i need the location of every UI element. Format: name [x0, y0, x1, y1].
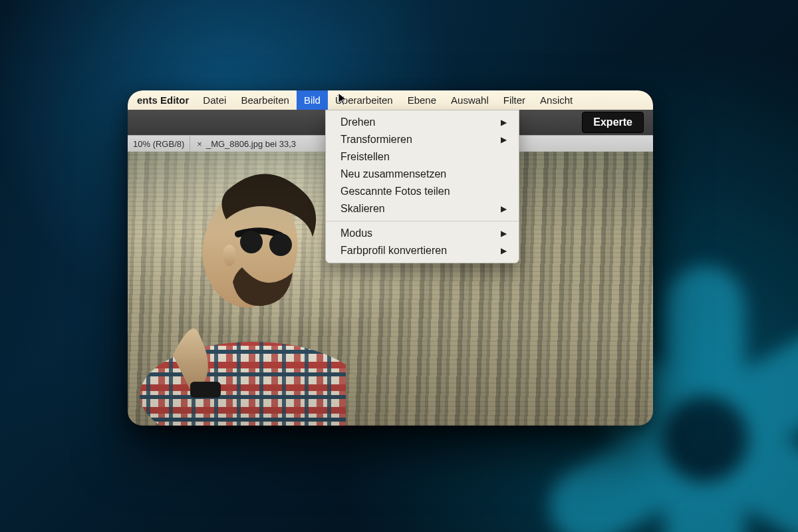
- menu-item-label: Transformieren: [340, 134, 501, 146]
- menu-ebene[interactable]: Ebene: [400, 90, 444, 110]
- menu-item-modus[interactable]: Modus ▶: [326, 225, 519, 242]
- menu-ansicht[interactable]: Ansicht: [533, 90, 580, 110]
- menu-item-label: Modus: [340, 227, 501, 239]
- menu-filter[interactable]: Filter: [496, 90, 533, 110]
- menu-item-drehen[interactable]: Drehen ▶: [326, 114, 519, 131]
- submenu-arrow-icon: ▶: [501, 204, 507, 213]
- menu-item-gescannte-fotos-teilen[interactable]: Gescannte Fotos teilen: [326, 183, 519, 200]
- mode-tab-experte[interactable]: Experte: [582, 112, 644, 133]
- document-tab-1[interactable]: 10% (RGB/8): [128, 139, 190, 149]
- bild-dropdown: Drehen ▶ Transformieren ▶ Freistellen Ne…: [325, 110, 519, 263]
- menu-item-label: Farbprofil konvertieren: [340, 245, 501, 257]
- menu-item-label: Skalieren: [340, 203, 501, 215]
- menu-item-transformieren[interactable]: Transformieren ▶: [326, 131, 519, 148]
- submenu-arrow-icon: ▶: [501, 118, 507, 127]
- editor-window: ents Editor Datei Bearbeiten Bild Überar…: [128, 90, 653, 426]
- menu-bild[interactable]: Bild: [297, 90, 328, 110]
- menu-item-skalieren[interactable]: Skalieren ▶: [326, 200, 519, 217]
- menu-bar: ents Editor Datei Bearbeiten Bild Überar…: [128, 90, 653, 110]
- menu-divider: [326, 221, 519, 221]
- menu-item-label: Neu zusammensetzen: [340, 168, 507, 180]
- menu-item-label: Gescannte Fotos teilen: [340, 186, 507, 198]
- menu-item-label: Freistellen: [340, 151, 507, 163]
- menu-bearbeiten[interactable]: Bearbeiten: [233, 90, 297, 110]
- menu-item-label: Drehen: [340, 116, 501, 128]
- document-tab-2[interactable]: _MG_8806.jpg bei 33,3: [206, 139, 301, 149]
- menu-auswahl[interactable]: Auswahl: [444, 90, 496, 110]
- menu-item-neu-zusammensetzen[interactable]: Neu zusammensetzen: [326, 166, 519, 183]
- submenu-arrow-icon: ▶: [501, 135, 507, 144]
- menu-item-farbprofil-konvertieren[interactable]: Farbprofil konvertieren ▶: [326, 242, 519, 259]
- submenu-arrow-icon: ▶: [501, 229, 507, 238]
- menu-ueberarbeiten[interactable]: Überarbeiten: [328, 90, 400, 110]
- menu-item-freistellen[interactable]: Freistellen: [326, 148, 519, 166]
- app-name: ents Editor: [130, 94, 196, 106]
- submenu-arrow-icon: ▶: [501, 246, 507, 255]
- menu-datei[interactable]: Datei: [196, 90, 233, 110]
- tab-close-button[interactable]: ×: [190, 139, 206, 149]
